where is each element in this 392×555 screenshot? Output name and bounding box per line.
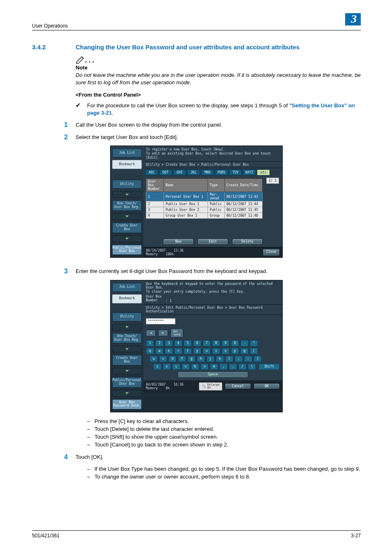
cursor-right-button[interactable]: ► [158, 330, 168, 336]
step-4-number: 4 [64, 453, 76, 461]
tab-mno[interactable]: MNO [201, 169, 214, 176]
key-u[interactable]: u [203, 348, 211, 354]
key-\[interactable]: \ [248, 363, 256, 370]
key-5[interactable]: 5 [184, 340, 192, 347]
sidebar-public-personal[interactable]: Public/Personal User Box [112, 377, 142, 388]
tab-def[interactable]: DEF [159, 169, 172, 176]
sidebar-utility[interactable]: Utility [112, 312, 142, 321]
tab-ghi[interactable]: GHI [173, 169, 186, 176]
key-e[interactable]: e [165, 348, 173, 354]
table-row[interactable]: 4 Group User Box 1 Group 06/12/2007 11:4… [146, 213, 263, 219]
sidebar-create-user-box[interactable]: Create User Box [112, 355, 142, 365]
th-name: Name [164, 179, 208, 192]
key-9[interactable]: 9 [221, 340, 230, 347]
sidebar-job-list[interactable]: Job List [112, 148, 142, 157]
key-p[interactable]: p [231, 348, 239, 354]
tab-abc[interactable]: ABC [145, 169, 158, 176]
key-k[interactable]: k [216, 356, 224, 362]
key-.[interactable]: . [229, 363, 237, 370]
key-,[interactable]: , [219, 363, 228, 370]
page-indicator: 1/ 1 [266, 178, 279, 184]
key-/[interactable]: / [238, 363, 247, 370]
sidebar-onetouch[interactable]: One-Touch/ User Box Reg. [112, 200, 142, 211]
key-h[interactable]: h [197, 356, 205, 362]
key-z[interactable]: z [153, 363, 161, 370]
table-row[interactable]: 2 Publis User Box 1 Public 06/12/2007 11… [146, 201, 263, 207]
sidebar-arrow-3 [112, 368, 142, 375]
key-6[interactable]: 6 [193, 340, 201, 347]
key-;[interactable]: ; [235, 356, 243, 362]
key-@[interactable]: @ [240, 348, 249, 354]
key-l[interactable]: l [225, 356, 233, 362]
table-row[interactable]: 3 Public User Box 2 Public 06/12/2007 11… [146, 207, 263, 213]
key-m[interactable]: m [210, 363, 218, 370]
sidebar-bookmark[interactable]: Bookmark [112, 160, 142, 169]
key-c[interactable]: c [172, 363, 180, 370]
key--[interactable]: - [240, 340, 249, 347]
sidebar-arrow-2 [112, 213, 142, 220]
key-7[interactable]: 7 [203, 340, 211, 347]
tab-jkl[interactable]: JKL [187, 169, 200, 176]
sidebar-utility[interactable]: Utility [112, 180, 142, 189]
sidebar-job-list[interactable]: Job List [112, 283, 142, 292]
enlarge-toggle[interactable]: 🔍 Enlarge On [199, 382, 222, 391]
key-q[interactable]: q [146, 348, 154, 354]
key-t[interactable]: t [184, 348, 192, 354]
delete-key-button[interactable]: De- lete [171, 328, 183, 338]
cell-num: 2 [146, 201, 164, 207]
shift-key[interactable]: Shift [258, 363, 280, 370]
key-][interactable]: ] [254, 356, 262, 362]
cursor-left-button[interactable]: ◄ [146, 330, 156, 336]
edit-button[interactable]: Edit [198, 238, 228, 245]
tab-tuv[interactable]: TUV [229, 169, 242, 176]
key-8[interactable]: 8 [212, 340, 220, 347]
tab-pqrs[interactable]: PQRS [215, 169, 228, 176]
key-row-4: zxcvbnm,./\Shift [153, 363, 280, 370]
sidebar-public-personal[interactable]: Public/Personal User Box [112, 245, 142, 255]
key-j[interactable]: j [206, 356, 214, 362]
key-s[interactable]: s [159, 356, 167, 362]
cell-num: 4 [146, 213, 164, 219]
key-3[interactable]: 3 [165, 340, 173, 347]
sidebar-password-auth[interactable]: User Box Password Auth. [112, 399, 142, 410]
ok-button[interactable]: OK [254, 383, 280, 389]
key-x[interactable]: x [163, 363, 171, 370]
cancel-button[interactable]: Cancel [225, 383, 251, 389]
space-key[interactable]: Space [178, 371, 248, 378]
key-[[interactable]: [ [250, 348, 258, 354]
password-input[interactable]: ******** [146, 318, 175, 324]
key-b[interactable]: b [191, 363, 199, 370]
tab-wxyz[interactable]: WXYZ [243, 169, 256, 176]
sidebar-onetouch[interactable]: One-Touch/ User Box Reg. [112, 333, 142, 344]
status-date: 04/03/2007 [146, 383, 166, 386]
sidebar-bookmark[interactable]: Bookmark [112, 294, 142, 303]
tab-etc[interactable]: etc [257, 169, 270, 176]
key-1[interactable]: 1 [146, 340, 154, 347]
cell-name: Publis User Box 1 [164, 201, 208, 207]
key-g[interactable]: g [187, 356, 196, 362]
key-i[interactable]: i [212, 348, 220, 354]
sidebar-create-user-box[interactable]: Create User Box [112, 222, 142, 233]
key-r[interactable]: r [174, 348, 182, 354]
key-f[interactable]: f [178, 356, 186, 362]
status-left: 06/14/2007 13:36 Memory 100% [146, 249, 184, 256]
key-o[interactable]: o [221, 348, 230, 354]
key-a[interactable]: a [150, 356, 158, 362]
key-v[interactable]: v [182, 363, 190, 370]
new-button[interactable]: New [163, 238, 194, 245]
key-d[interactable]: d [168, 356, 177, 362]
table-row[interactable]: 1 Personal User Box 1 Per- sonal 06/12/2… [146, 192, 263, 201]
key-0[interactable]: 0 [231, 340, 239, 347]
cell-type: Public [208, 207, 225, 213]
delete-button[interactable]: Delete [232, 238, 263, 245]
key-:[interactable]: : [244, 356, 252, 362]
close-button[interactable]: Close [263, 249, 280, 256]
step-2-number: 2 [64, 134, 76, 141]
key-4[interactable]: 4 [174, 340, 182, 347]
key-2[interactable]: 2 [155, 340, 164, 347]
section-title: Changing the User Box Password and user … [76, 44, 300, 51]
key-n[interactable]: n [201, 363, 209, 370]
key-w[interactable]: w [155, 348, 164, 354]
key-y[interactable]: y [193, 348, 201, 354]
key-^[interactable]: ^ [250, 340, 258, 347]
